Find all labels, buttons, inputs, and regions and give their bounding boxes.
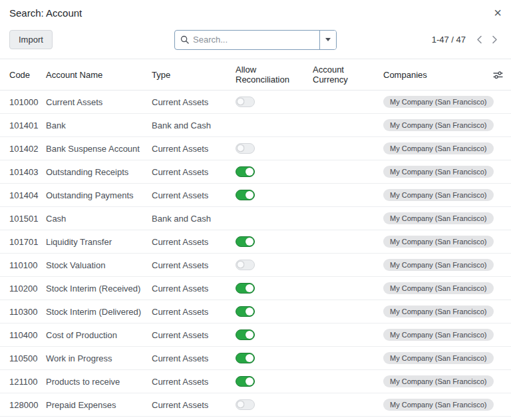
table-row[interactable]: 101501 Cash Bank and Cash My Company (Sa… [0,207,511,230]
account-name: Tax Paid [46,417,152,420]
account-type: Current Assets [152,277,236,300]
company-badge: My Company (San Francisco) [383,96,494,108]
table-row[interactable]: 121100 Products to receive Current Asset… [0,370,511,393]
company-badge: My Company (San Francisco) [383,399,494,411]
account-currency [313,254,383,277]
account-type: Current Assets [152,230,236,254]
table-row[interactable]: 101000 Current Assets Current Assets My … [0,91,511,114]
account-name: Stock Interim (Delivered) [46,300,152,323]
account-type: Current Assets [152,91,236,114]
column-header-companies[interactable]: Companies [383,59,487,91]
account-name: Liquidity Transfer [46,230,152,254]
allow-reconciliation-toggle[interactable] [236,143,255,154]
table-row[interactable]: 101701 Liquidity Transfer Current Assets… [0,230,511,254]
account-currency [313,160,383,184]
company-badge: My Company (San Francisco) [383,119,494,131]
table-row[interactable]: 110200 Stock Interim (Received) Current … [0,277,511,300]
account-currency [313,277,383,300]
account-currency [313,91,383,114]
account-currency [313,114,383,137]
column-header-account-name[interactable]: Account Name [46,59,152,91]
table-row[interactable]: 110400 Cost of Production Current Assets… [0,323,511,347]
account-currency [313,300,383,323]
allow-reconciliation-toggle[interactable] [236,236,255,247]
account-name: Bank [46,114,152,137]
account-currency [313,137,383,160]
allow-reconciliation-toggle[interactable] [236,190,255,200]
account-type: Current Assets [152,323,236,347]
allow-reconciliation-toggle[interactable] [236,353,255,363]
pager-range: 1-47 / 47 [432,35,466,45]
toggle-knob [237,98,244,105]
account-name: Work in Progress [46,347,152,370]
dialog-title: Search: Account [9,7,82,19]
account-code: 110500 [0,347,46,370]
chevron-right-icon [492,35,498,44]
account-code: 101402 [0,137,46,160]
account-code: 101401 [0,114,46,137]
table-row[interactable]: 110100 Stock Valuation Current Assets My… [0,254,511,277]
table-row[interactable]: 110500 Work in Progress Current Assets M… [0,347,511,370]
account-name: Outstanding Payments [46,184,152,207]
account-code: 110200 [0,277,46,300]
table-row[interactable]: 101401 Bank Bank and Cash My Company (Sa… [0,114,511,137]
pager-previous-button[interactable] [472,33,486,47]
allow-reconciliation-toggle[interactable] [236,399,255,410]
company-badge: My Company (San Francisco) [383,189,494,201]
account-code: 110100 [0,254,46,277]
allow-reconciliation-toggle[interactable] [236,260,255,270]
column-header-account-currency[interactable]: Account Currency [313,59,383,91]
account-currency [313,393,383,417]
toggle-knob [246,191,254,199]
account-name: Cost of Production [46,323,152,347]
pager-next-button[interactable] [488,33,502,47]
toggle-knob [246,238,254,246]
account-code: 121100 [0,370,46,393]
account-type: Current Assets [152,393,236,417]
toggle-knob [246,168,254,176]
company-badge: My Company (San Francisco) [383,166,494,178]
toggle-knob [246,308,254,315]
account-code: 101403 [0,160,46,184]
search-input[interactable] [193,35,314,45]
optional-columns-header[interactable] [487,59,511,91]
allow-reconciliation-toggle[interactable] [236,329,255,340]
allow-reconciliation-toggle[interactable] [236,97,255,107]
table-row[interactable]: 101402 Bank Suspense Account Current Ass… [0,137,511,160]
account-code: 101404 [0,184,46,207]
company-badge: My Company (San Francisco) [383,282,494,294]
search-icon [180,35,189,44]
table-row[interactable]: 101403 Outstanding Receipts Current Asse… [0,160,511,184]
allow-reconciliation-toggle[interactable] [236,283,255,294]
account-currency [313,230,383,254]
toggle-knob [237,144,244,152]
company-badge: My Company (San Francisco) [383,236,494,248]
allow-reconciliation-toggle[interactable] [236,306,255,317]
table-row[interactable]: 131000 Tax Paid Current Assets My Compan… [0,417,511,420]
account-name: Bank Suspense Account [46,137,152,160]
import-button[interactable]: Import [9,30,53,49]
account-name: Current Assets [46,91,152,114]
account-currency [313,323,383,347]
account-name: Prepaid Expenses [46,393,152,417]
table-row[interactable]: 101404 Outstanding Payments Current Asse… [0,184,511,207]
account-code: 101501 [0,207,46,230]
allow-reconciliation-toggle[interactable] [236,166,255,177]
account-name: Outstanding Receipts [46,160,152,184]
close-icon[interactable]: × [494,6,502,19]
allow-reconciliation-toggle[interactable] [236,376,255,387]
account-currency [313,207,383,230]
account-type: Bank and Cash [152,114,236,137]
company-badge: My Company (San Francisco) [383,212,494,224]
account-currency [313,417,383,420]
column-header-code[interactable]: Code [0,59,46,91]
account-type: Current Assets [152,254,236,277]
company-badge: My Company (San Francisco) [383,259,494,271]
search-main [175,31,319,49]
account-type: Current Assets [152,160,236,184]
search-dropdown-toggle[interactable] [319,31,336,49]
column-header-type[interactable]: Type [152,59,236,91]
table-row[interactable]: 128000 Prepaid Expenses Current Assets M… [0,393,511,417]
table-row[interactable]: 110300 Stock Interim (Delivered) Current… [0,300,511,323]
column-header-allow-reconciliation[interactable]: Allow Reconciliation [236,59,313,91]
